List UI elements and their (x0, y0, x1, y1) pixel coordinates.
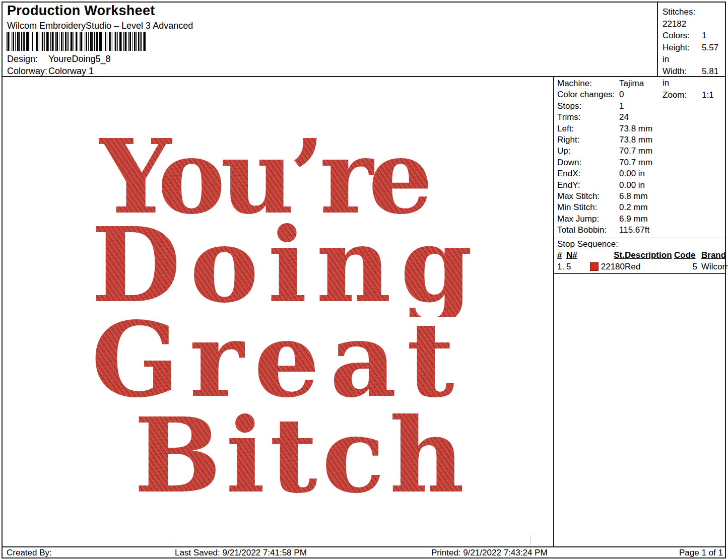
machine-info-row: Total Bobbin:115.67ft (554, 225, 725, 236)
col-code: Code (674, 250, 697, 260)
footer-page-number: Page 1 of 1 (679, 548, 723, 557)
design-line-4: Bitch (134, 404, 469, 507)
design-value: YoureDoing5_8 (48, 54, 110, 64)
stop-sequence-header: # N# St. Description Code Brand (554, 250, 725, 261)
colorway-label: Colorway: (7, 66, 48, 77)
summary-row: Height:5.57 in (663, 42, 725, 65)
summary-row: Colors:1 (663, 30, 725, 42)
design-name-row: Design:YoureDoing5_8 (7, 54, 110, 64)
machine-info-row: Max Jump:6.9 mm (554, 214, 725, 225)
stop-sequence-title: Stop Sequence: (554, 238, 725, 250)
footer-last-saved: Last Saved: 9/21/2022 7:41:58 PM (175, 548, 307, 557)
stop-brand: Wilcom (697, 262, 728, 272)
footer-printed: Printed: 9/21/2022 7:43:24 PM (431, 548, 548, 557)
machine-info-row: Machine:Tajima (554, 78, 725, 89)
col-brand: Brand (697, 250, 726, 260)
machine-info-row: Up:70.7 mm (554, 146, 725, 157)
machine-info-row: Min Stitch:0.2 mm (554, 202, 725, 213)
stop-sequence-bottom-border (554, 273, 725, 274)
machine-info-row: Down:70.7 mm (554, 157, 725, 168)
colorway-value: Colorway 1 (48, 66, 94, 76)
colorway-row: Colorway:Colorway 1 (7, 66, 94, 77)
footer-divider (2, 546, 726, 547)
footer-created-by: Created By: (7, 548, 52, 557)
machine-info-row: Color changes:0 (554, 89, 725, 100)
barcode-icon (7, 32, 146, 51)
machine-info-panel: Machine:Tajima Color changes:0 Stops:1 T… (554, 78, 725, 274)
footer-cell-divider (531, 535, 531, 546)
design-summary-box: Stitches:22182 Colors:1 Height:5.57 in W… (657, 3, 725, 76)
machine-info-row: EndX:0.00 in (554, 168, 725, 179)
stop-description: Red (625, 262, 674, 272)
page-title: Production Worksheet (7, 3, 155, 19)
stop-stitch-count: 22180 (601, 262, 625, 272)
col-num: # (557, 250, 566, 260)
stop-sequence-row: 1. 5 22180 Red 5 Wilcom (554, 261, 725, 272)
stop-num: 1. (557, 262, 566, 272)
col-needle: N# (566, 250, 587, 260)
app-subtitle: Wilcom EmbroideryStudio – Level 3 Advanc… (7, 21, 193, 31)
col-stitches: St. (587, 250, 625, 260)
col-description: Description (625, 250, 674, 260)
summary-row: Stitches:22182 (663, 6, 725, 30)
design-label: Design: (7, 54, 48, 64)
stop-needle: 5 (566, 262, 587, 272)
machine-info-row: Stops:1 (554, 101, 725, 112)
machine-info-row: Trims:24 (554, 112, 725, 123)
machine-info-row: EndY:0.00 in (554, 180, 725, 191)
machine-info-row: Right:73.8 mm (554, 134, 725, 146)
stop-stitch-cell: 22180 (587, 262, 625, 272)
stop-code: 5 (674, 262, 697, 272)
header-divider (2, 76, 726, 77)
machine-info-row: Left:73.8 mm (554, 123, 725, 134)
thread-color-swatch (590, 262, 599, 271)
machine-info-row: Max Stitch:6.8 mm (554, 191, 725, 202)
footer-cell-divider (170, 535, 170, 546)
